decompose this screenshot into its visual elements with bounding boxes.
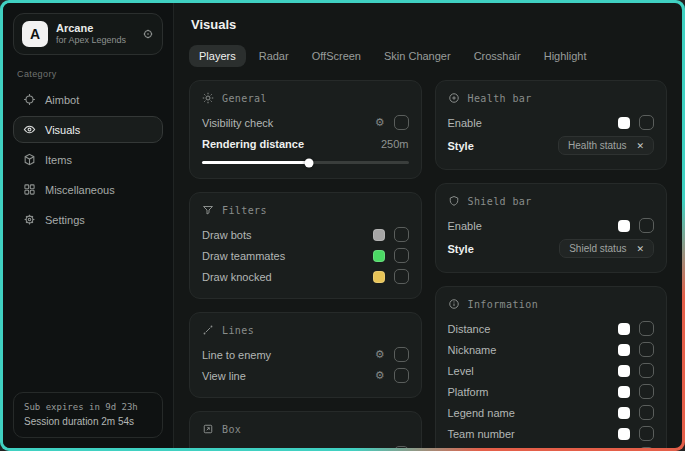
- category-label: Category: [17, 69, 159, 79]
- panel-header: Lines: [202, 324, 409, 336]
- nickname-checkbox[interactable]: [639, 342, 654, 357]
- eye-icon: [23, 123, 36, 136]
- row-gear-icon[interactable]: ⚙: [375, 117, 385, 128]
- clear-icon[interactable]: ✕: [636, 141, 644, 151]
- sidebar-item-aimbot[interactable]: Aimbot: [13, 86, 163, 113]
- rendering-distance-value: 250m: [381, 138, 409, 150]
- tab-offscreen[interactable]: OffScreen: [302, 45, 371, 67]
- draw-teammates-checkbox[interactable]: [394, 248, 409, 263]
- color-swatch[interactable]: [618, 407, 630, 419]
- brand-card[interactable]: A Arcane for Apex Legends: [13, 13, 163, 55]
- setting-label: Enable: [448, 117, 482, 129]
- draw-knocked-checkbox[interactable]: [394, 269, 409, 284]
- target-icon[interactable]: [142, 28, 154, 40]
- platform-checkbox[interactable]: [639, 384, 654, 399]
- panel-title: Filters: [222, 205, 267, 216]
- row-gear-icon[interactable]: ⚙: [375, 349, 385, 360]
- tab-crosshair[interactable]: Crosshair: [464, 45, 531, 67]
- dropdown-value: Shield status: [569, 243, 626, 254]
- sidebar-item-items[interactable]: Items: [13, 146, 163, 173]
- color-swatch[interactable]: [618, 220, 630, 232]
- sidebar-item-miscellaneous[interactable]: Miscellaneous: [13, 176, 163, 203]
- panel-information: Information Distance Nickname: [435, 286, 668, 448]
- panel-title: Information: [468, 299, 539, 310]
- sun-icon: [202, 92, 214, 104]
- sidebar-item-label: Visuals: [45, 124, 80, 136]
- rendering-distance-slider[interactable]: [202, 158, 409, 167]
- sidebar-nav: Aimbot Visuals Items: [13, 86, 163, 233]
- setting-row: Style Shield status ✕: [448, 236, 655, 261]
- color-swatch[interactable]: [373, 229, 385, 241]
- weapon-in-hands-checkbox[interactable]: [639, 447, 654, 448]
- sub-expires-text: Sub expires in 9d 23h: [24, 401, 152, 415]
- setting-label: Team number: [448, 428, 515, 440]
- color-swatch[interactable]: [618, 117, 630, 129]
- color-swatch[interactable]: [373, 271, 385, 283]
- distance-checkbox[interactable]: [639, 321, 654, 336]
- visibility-check-checkbox[interactable]: [394, 115, 409, 130]
- subscription-card: Sub expires in 9d 23h Session duration 2…: [13, 392, 163, 439]
- brand-name: Arcane: [56, 22, 126, 36]
- right-column: Health bar Enable Style Health status: [435, 80, 668, 448]
- clear-icon[interactable]: ✕: [636, 244, 644, 254]
- setting-label: View line: [202, 370, 246, 382]
- level-checkbox[interactable]: [639, 363, 654, 378]
- panel-header: Box: [202, 423, 409, 435]
- tab-players[interactable]: Players: [189, 45, 246, 67]
- panel-title: Shield bar: [468, 196, 532, 207]
- sidebar-item-label: Items: [45, 154, 72, 166]
- color-swatch[interactable]: [618, 323, 630, 335]
- setting-row: Visibility check ⚙: [202, 112, 409, 133]
- tab-highlight[interactable]: Highlight: [534, 45, 597, 67]
- team-number-checkbox[interactable]: [639, 426, 654, 441]
- color-swatch[interactable]: [618, 365, 630, 377]
- panel-header: Information: [448, 298, 655, 310]
- row-gear-icon[interactable]: ⚙: [375, 370, 385, 381]
- setting-label: Line to enemy: [202, 349, 271, 361]
- panel-title: General: [222, 93, 267, 104]
- setting-label: Draw teammates: [202, 250, 285, 262]
- tab-bar: Players Radar OffScreen Skin Changer Cro…: [189, 45, 667, 67]
- panel-title: Box: [222, 424, 241, 435]
- panel-lines: Lines Line to enemy ⚙ View line ⚙: [189, 312, 422, 398]
- color-swatch[interactable]: [373, 250, 385, 262]
- shield-enable-checkbox[interactable]: [639, 218, 654, 233]
- session-duration-text: Session duration 2m 54s: [24, 414, 152, 429]
- panel-header: Filters: [202, 204, 409, 216]
- sidebar-item-visuals[interactable]: Visuals: [13, 116, 163, 143]
- left-column: General Visibility check ⚙ Rendering dis…: [189, 80, 422, 448]
- box-icon: [202, 423, 214, 435]
- setting-label: Legend name: [448, 407, 515, 419]
- color-swatch[interactable]: [618, 344, 630, 356]
- panel-header: Health bar: [448, 92, 655, 104]
- setting-label: Level: [448, 365, 474, 377]
- setting-label: Platform: [448, 386, 489, 398]
- setting-row: Enable: [448, 112, 655, 133]
- line-to-enemy-checkbox[interactable]: [394, 347, 409, 362]
- slider-thumb[interactable]: [305, 158, 314, 167]
- draw-bots-checkbox[interactable]: [394, 227, 409, 242]
- box-enable-checkbox[interactable]: [394, 446, 409, 448]
- color-swatch[interactable]: [373, 448, 385, 449]
- health-style-dropdown[interactable]: Health status ✕: [558, 136, 654, 155]
- tab-radar[interactable]: Radar: [249, 45, 299, 67]
- color-swatch[interactable]: [618, 386, 630, 398]
- color-swatch[interactable]: [618, 428, 630, 440]
- tab-skin-changer[interactable]: Skin Changer: [374, 45, 461, 67]
- legend-name-checkbox[interactable]: [639, 405, 654, 420]
- setting-row: Enable: [448, 215, 655, 236]
- panel-box: Box Enable Enable background: [189, 411, 422, 448]
- panel-header: General: [202, 92, 409, 104]
- view-line-checkbox[interactable]: [394, 368, 409, 383]
- line-icon: [202, 324, 214, 336]
- health-enable-checkbox[interactable]: [639, 115, 654, 130]
- shield-style-dropdown[interactable]: Shield status ✕: [559, 239, 654, 258]
- sidebar-item-settings[interactable]: Settings: [13, 206, 163, 233]
- setting-label: Style: [448, 243, 474, 255]
- circle-plus-icon: [448, 92, 460, 104]
- setting-row: Draw knocked: [202, 266, 409, 287]
- funnel-icon: [202, 204, 214, 216]
- setting-label: Enable: [202, 448, 236, 449]
- setting-row: Enable: [202, 443, 409, 448]
- sidebar-item-label: Aimbot: [45, 94, 79, 106]
